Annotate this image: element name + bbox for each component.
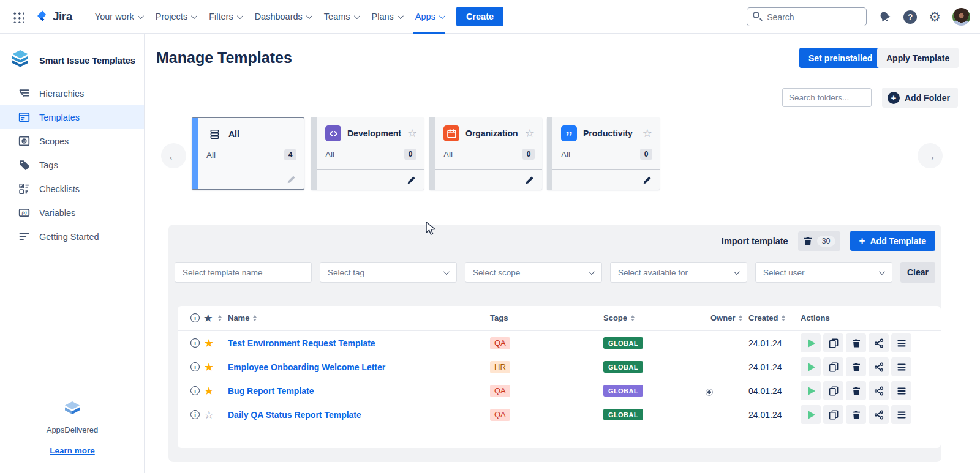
favorite-star-icon[interactable]: ☆ — [525, 128, 535, 139]
clear-filters-button[interactable]: Clear — [900, 262, 935, 283]
template-name-input[interactable] — [183, 268, 304, 277]
chevron-down-icon — [879, 269, 885, 275]
help-icon[interactable]: ? — [903, 10, 917, 24]
favorite-star-icon[interactable]: ☆ — [643, 128, 652, 139]
carousel-right-arrow[interactable]: → — [918, 143, 943, 168]
scope-filter-select[interactable]: Select scope — [465, 262, 602, 283]
copy-template-button[interactable] — [823, 333, 843, 352]
jira-logo[interactable]: Jira — [34, 9, 72, 24]
nav-item-your-work[interactable]: Your work — [88, 0, 149, 34]
template-name-link[interactable]: Test Environment Request Template — [228, 338, 375, 348]
folder-card-all[interactable]: All All 4 — [192, 117, 304, 190]
nav-item-plans[interactable]: Plans — [365, 0, 409, 34]
template-name-link[interactable]: Employee Onboarding Welcome Letter — [228, 362, 385, 372]
global-search-input[interactable] — [747, 7, 867, 26]
info-icon[interactable] — [190, 386, 200, 395]
delete-template-button[interactable] — [846, 381, 866, 400]
run-template-button[interactable] — [801, 357, 821, 376]
run-template-button[interactable] — [801, 381, 821, 400]
template-name-link[interactable]: Bug Report Template — [228, 386, 314, 396]
column-header-owner[interactable]: Owner — [710, 313, 748, 322]
copy-icon — [829, 338, 839, 348]
apply-template-button[interactable]: Apply Template — [877, 48, 959, 68]
page-title: Manage Templates — [156, 49, 292, 67]
play-icon — [808, 363, 815, 371]
sidebar-item-checklists[interactable]: Checklists — [0, 177, 144, 201]
edit-pencil-icon[interactable] — [287, 175, 296, 184]
sidebar-item-getting-started[interactable]: Getting Started — [0, 225, 144, 248]
column-header-created[interactable]: Created — [748, 313, 801, 322]
edit-pencil-icon[interactable] — [525, 176, 534, 185]
appsdelivered-label: AppsDelivered — [0, 425, 145, 434]
nav-item-filters[interactable]: Filters — [202, 0, 247, 34]
tag-filter-select[interactable]: Select tag — [320, 262, 457, 283]
more-menu-button[interactable] — [891, 357, 911, 376]
folder-card-productivity[interactable]: ” Productivity ☆ All 0 — [547, 117, 660, 190]
share-template-button[interactable] — [869, 357, 889, 376]
create-button[interactable]: Create — [456, 7, 503, 26]
sidebar-item-variables[interactable]: Variables — [0, 201, 144, 225]
run-template-button[interactable] — [801, 405, 821, 424]
info-icon[interactable] — [190, 362, 200, 371]
sidebar-item-scopes[interactable]: Scopes — [0, 129, 144, 153]
column-header-name[interactable]: Name — [228, 313, 490, 322]
favorite-star-icon[interactable]: ★ — [204, 338, 214, 349]
info-column-icon — [190, 313, 200, 322]
favorite-star-icon[interactable]: ☆ — [204, 409, 214, 420]
add-template-button[interactable]: + Add Template — [850, 231, 935, 251]
set-preinstalled-button[interactable]: Set preinstalled — [799, 48, 881, 68]
trash-icon — [851, 362, 861, 372]
template-name-link[interactable]: Daily QA Status Report Template — [228, 410, 361, 420]
user-filter-select[interactable]: Select user — [755, 262, 892, 283]
trash-bin-button[interactable]: 30 — [798, 231, 840, 251]
favorite-star-icon[interactable]: ☆ — [407, 128, 417, 139]
copy-template-button[interactable] — [823, 357, 843, 376]
copy-template-button[interactable] — [823, 405, 843, 424]
sidebar-item-templates[interactable]: Templates — [0, 105, 144, 129]
user-avatar[interactable] — [952, 8, 970, 26]
sidebar-footer: AppsDelivered Learn more — [0, 401, 145, 456]
import-template-button[interactable]: Import template — [722, 236, 788, 246]
search-folders-input[interactable] — [782, 88, 872, 107]
more-menu-button[interactable] — [891, 381, 911, 400]
copy-template-button[interactable] — [823, 381, 843, 400]
column-header-scope[interactable]: Scope — [603, 313, 710, 322]
sort-arrows-icon[interactable] — [218, 315, 222, 321]
copy-icon — [829, 362, 839, 372]
available-for-filter-select[interactable]: Select available for — [610, 262, 747, 283]
share-template-button[interactable] — [869, 333, 889, 352]
share-template-button[interactable] — [869, 405, 889, 424]
learn-more-link[interactable]: Learn more — [50, 446, 95, 455]
carousel-left-arrow[interactable]: ← — [161, 143, 186, 168]
delete-template-button[interactable] — [846, 405, 866, 424]
add-folder-button[interactable]: + Add Folder — [882, 88, 958, 108]
app-switcher-icon[interactable] — [12, 10, 24, 23]
settings-gear-icon[interactable]: ⚙ — [929, 10, 941, 24]
nav-item-projects[interactable]: Projects — [149, 0, 202, 34]
info-icon[interactable] — [190, 410, 200, 419]
sidebar-item-tags[interactable]: Tags — [0, 153, 144, 177]
delete-template-button[interactable] — [846, 357, 866, 376]
sidebar-item-hierarchies[interactable]: Hierarchies — [0, 81, 144, 105]
nav-item-dashboards[interactable]: Dashboards — [248, 0, 317, 34]
share-template-button[interactable] — [869, 381, 889, 400]
more-menu-button[interactable] — [891, 333, 911, 352]
trash-icon — [851, 410, 861, 420]
nav-item-teams[interactable]: Teams — [317, 0, 365, 34]
favorite-star-icon[interactable]: ★ — [204, 362, 214, 373]
info-icon[interactable] — [190, 338, 200, 348]
edit-pencil-icon[interactable] — [407, 176, 416, 185]
nav-item-apps[interactable]: Apps — [409, 0, 450, 34]
notifications-bell-icon[interactable] — [876, 7, 894, 26]
folder-card-organization[interactable]: Organization ☆ All 0 — [429, 117, 542, 190]
edit-pencil-icon[interactable] — [643, 176, 652, 185]
delete-template-button[interactable] — [846, 333, 866, 352]
folder-card-development[interactable]: Development ☆ All 0 — [311, 117, 424, 190]
folder-card-stripe — [192, 118, 198, 189]
top-navbar: Jira Your work Projects Filters Dashboar… — [0, 0, 980, 34]
run-template-button[interactable] — [801, 333, 821, 352]
stack-icon — [206, 126, 222, 142]
favorite-star-icon[interactable]: ★ — [204, 385, 214, 397]
more-menu-button[interactable] — [891, 405, 911, 424]
scope-badge: GLOBAL — [603, 409, 643, 420]
